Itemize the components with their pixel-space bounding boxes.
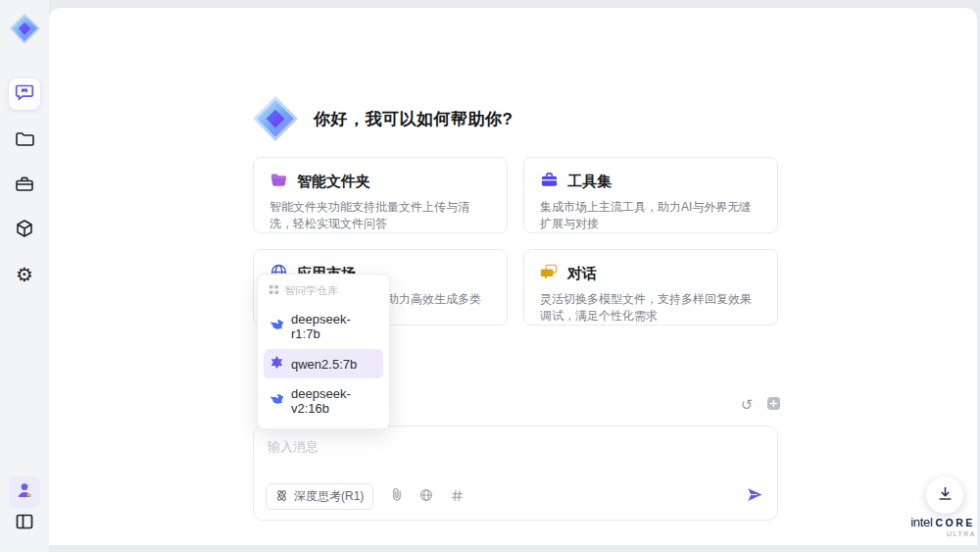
model-option-deepseek-r1[interactable]: deepseek-r1:7b: [264, 306, 383, 347]
chat-composer: 深度思考(R1): [253, 426, 778, 521]
hash-icon: [451, 488, 464, 506]
download-button[interactable]: [926, 477, 963, 514]
folder-icon: [14, 128, 35, 154]
grid-icon: [269, 284, 279, 297]
intel-tier-text: ultra: [904, 530, 980, 538]
model-option-deepseek-v2[interactable]: deepseek-v2:16b: [264, 380, 383, 422]
model-option-label: qwen2.5:7b: [291, 357, 357, 372]
atom-icon: [275, 489, 288, 505]
app-logo-icon: [251, 94, 300, 143]
card-description: 灵活切换多模型文件，支持多样回复效果调试，满足个性化需求: [540, 291, 761, 326]
intel-core-badge: intel core ultra: [904, 516, 980, 538]
sidebar: ⚙: [0, 0, 49, 552]
new-chat-icon: [766, 396, 781, 415]
model-option-qwen[interactable]: qwen2.5:7b: [264, 349, 383, 378]
app-window: ⚙: [0, 0, 980, 552]
model-option-label: deepseek-r1:7b: [291, 312, 377, 341]
card-title: 工具集: [567, 173, 612, 191]
cube-icon: [14, 218, 35, 243]
new-chat-button[interactable]: [764, 396, 782, 414]
panel-icon: [14, 511, 35, 536]
send-icon: [746, 485, 764, 508]
knowledge-button[interactable]: [448, 488, 466, 506]
card-smart-folder[interactable]: 智能文件夹 智能文件夹功能支持批量文件上传与清洗，轻松实现文件问答: [253, 157, 508, 233]
send-button[interactable]: [744, 487, 765, 507]
deepseek-icon: [270, 392, 284, 410]
folder-icon: [270, 171, 288, 193]
globe-icon: [419, 488, 433, 506]
attach-button[interactable]: [387, 488, 405, 506]
deepseek-icon: [270, 318, 284, 335]
deep-think-label: 深度思考(R1): [294, 488, 364, 505]
card-dialogue[interactable]: 对话 灵活切换多模型文件，支持多样回复效果调试，满足个性化需求: [523, 249, 778, 326]
history-button[interactable]: ↺: [738, 396, 756, 414]
composer-toolbar: 深度思考(R1): [266, 483, 765, 510]
chat-bubbles-icon: [540, 263, 559, 285]
greeting-title: 你好，我可以如何帮助你?: [314, 108, 513, 130]
user-icon: [14, 479, 35, 505]
card-title: 对话: [567, 265, 597, 283]
composer-top-actions: ↺: [738, 396, 782, 414]
model-dropdown-header-label: 智问学仓库: [284, 283, 338, 298]
card-description: 集成市场上主流工具，助力AI与外界无缝扩展与对接: [540, 199, 761, 233]
model-option-label: deepseek-v2:16b: [291, 386, 377, 416]
model-dropdown-header: 智问学仓库: [264, 281, 383, 304]
app-logo-icon: [8, 12, 41, 45]
qwen-icon: [270, 355, 284, 373]
sidebar-item-toolbox[interactable]: [9, 171, 40, 202]
sidebar-item-folders[interactable]: [9, 125, 40, 157]
briefcase-icon: [540, 171, 559, 193]
card-toolset[interactable]: 工具集 集成市场上主流工具，助力AI与外界无缝扩展与对接: [523, 157, 778, 233]
message-input[interactable]: [254, 427, 777, 470]
briefcase-icon: [14, 174, 35, 199]
intel-product-text: core: [936, 518, 975, 529]
model-dropdown: 智问学仓库 deepseek-r1:7b qwen2.5:7b: [257, 274, 390, 429]
sidebar-item-models[interactable]: [9, 215, 40, 246]
card-title: 智能文件夹: [297, 173, 370, 191]
chat-icon: [14, 81, 35, 107]
intel-brand-text: intel: [910, 516, 932, 529]
sidebar-item-panel-toggle[interactable]: [9, 508, 40, 539]
hero: 你好，我可以如何帮助你?: [251, 94, 513, 143]
sidebar-item-settings[interactable]: ⚙: [9, 259, 40, 290]
sidebar-item-user[interactable]: [9, 477, 40, 508]
sidebar-item-chat[interactable]: [9, 78, 40, 110]
card-description: 智能文件夹功能支持批量文件上传与清洗，轻松实现文件问答: [270, 199, 491, 233]
history-icon: ↺: [741, 398, 754, 413]
web-button[interactable]: [417, 488, 435, 506]
download-icon: [937, 485, 954, 506]
composer-icons: [387, 488, 466, 506]
gear-icon: ⚙: [16, 265, 33, 284]
attachment-icon: [390, 487, 403, 506]
deep-think-toggle[interactable]: 深度思考(R1): [266, 483, 373, 510]
